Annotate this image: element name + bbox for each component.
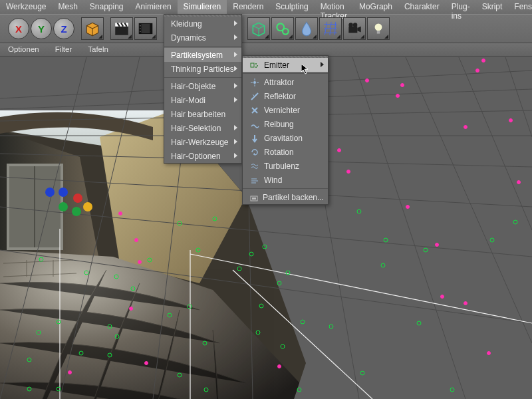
cube-tool-button[interactable]	[81, 17, 104, 40]
dropdown-indicator-icon	[384, 35, 388, 39]
submenu-item-partikel-backen[interactable]: Partikel backen...	[243, 190, 328, 204]
submenu-arrow-icon	[234, 97, 237, 102]
svg-line-56	[406, 57, 532, 343]
submenu-arrow-icon	[234, 83, 237, 88]
svg-rect-23	[348, 27, 357, 33]
menu-animieren[interactable]: Animieren	[130, 0, 178, 14]
submenu-item-turbulenz[interactable]: Turbulenz	[243, 159, 328, 173]
menu-item-partikelsystem[interactable]: Partikelsystem	[164, 48, 241, 62]
submenu-item-emitter[interactable]: Emitter	[243, 58, 328, 72]
gears-button[interactable]	[271, 17, 294, 40]
svg-point-63	[45, 188, 55, 197]
svg-point-27	[375, 23, 382, 31]
submenu-item-wind[interactable]: Wind	[243, 173, 328, 187]
submenu-item-vernichter[interactable]: Vernichter	[243, 103, 328, 117]
camera-button[interactable]	[343, 17, 366, 40]
svg-line-57	[459, 57, 532, 230]
emitter-icon	[249, 60, 260, 70]
submenu-arrow-icon	[321, 62, 324, 67]
viewport-menu-filter[interactable]: Filter	[47, 43, 80, 56]
submenu-arrow-icon	[234, 66, 237, 71]
svg-rect-9	[150, 23, 152, 33]
svg-point-25	[353, 23, 358, 27]
svg-point-12	[140, 31, 141, 32]
svg-point-70	[255, 63, 257, 65]
axis-z-button[interactable]: Z	[53, 18, 74, 39]
dropdown-indicator-icon	[128, 35, 132, 39]
menu-motion-tracker[interactable]: Motion Tracker	[315, 0, 353, 14]
submenu-arrow-icon	[234, 139, 237, 144]
viewport-menu-tafeln[interactable]: Tafeln	[80, 43, 116, 56]
dropdown-indicator-icon	[265, 35, 269, 39]
main-menubar: Werkzeuge Mesh Snapping Animieren Simuli…	[0, 0, 532, 14]
menu-item-dynamics[interactable]: Dynamics	[164, 31, 241, 45]
submenu-arrow-icon	[234, 21, 237, 26]
svg-point-71	[257, 65, 258, 66]
menu-snapping[interactable]: Snapping	[84, 0, 130, 14]
svg-point-16	[283, 29, 289, 35]
axis-x-button[interactable]: X	[8, 18, 29, 39]
cube-green-button[interactable]	[247, 17, 270, 40]
submenu-arrow-icon	[234, 52, 237, 57]
submenu-arrow-icon	[234, 153, 237, 158]
svg-line-62	[233, 270, 372, 399]
reflector-icon	[249, 91, 260, 102]
dropdown-indicator-icon	[289, 35, 293, 39]
dropdown-indicator-icon	[152, 35, 156, 39]
menu-item-hair-modi[interactable]: Hair-Modi	[164, 93, 241, 107]
film-frame-button[interactable]	[134, 17, 157, 40]
svg-point-67	[72, 207, 81, 216]
dropdown-indicator-icon	[360, 35, 364, 39]
svg-point-65	[73, 194, 82, 203]
clapboard-button[interactable]	[110, 17, 133, 40]
menu-mograph[interactable]: MoGraph	[353, 0, 398, 14]
bake-icon	[249, 192, 259, 203]
svg-line-61	[190, 254, 532, 323]
submenu-item-reflektor[interactable]: Reflektor	[243, 89, 328, 103]
menu-item-thinking-particles[interactable]: Thinking Particles	[164, 62, 241, 76]
menu-charakter[interactable]: Charakter	[398, 0, 446, 14]
svg-rect-2	[115, 27, 128, 35]
menu-item-hair-optionen[interactable]: Hair-Optionen	[164, 149, 241, 163]
partikelsystem-submenu: Emitter Attraktor Reflektor Vernichter R…	[242, 55, 329, 205]
submenu-item-attraktor[interactable]: Attraktor	[243, 75, 328, 89]
svg-point-10	[140, 25, 141, 27]
menu-simulieren[interactable]: Simulieren	[178, 0, 227, 14]
menu-item-hair-werkzeuge[interactable]: Hair-Werkzeuge	[164, 135, 241, 149]
menu-item-hair-objekte[interactable]: Hair-Objekte	[164, 79, 241, 93]
menu-werkzeuge[interactable]: Werkzeuge	[0, 0, 52, 14]
submenu-item-gravitation[interactable]: Gravitation	[243, 131, 328, 145]
submenu-item-rotation[interactable]: Rotation	[243, 145, 328, 159]
svg-point-11	[140, 28, 141, 29]
menu-skript[interactable]: Skript	[476, 0, 509, 14]
svg-point-72	[255, 66, 257, 68]
menu-mesh[interactable]: Mesh	[52, 0, 83, 14]
axis-y-button[interactable]: Y	[31, 18, 52, 39]
light-button[interactable]	[367, 17, 390, 40]
grid-button[interactable]	[319, 17, 342, 40]
viewport-menubar: Optionen Filter Tafeln	[0, 43, 532, 57]
menu-plugins[interactable]: Plug-ins	[446, 0, 476, 14]
submenu-arrow-icon	[234, 35, 237, 40]
menu-sculpting[interactable]: Sculpting	[269, 0, 314, 14]
rotation-icon	[249, 147, 260, 158]
menu-item-kleidung[interactable]: Kleidung	[164, 17, 241, 31]
menu-item-hair-bearbeiten[interactable]: Hair bearbeiten	[164, 107, 241, 121]
svg-point-64	[59, 188, 68, 197]
svg-rect-69	[251, 63, 254, 67]
svg-point-73	[253, 81, 256, 84]
svg-rect-28	[377, 31, 380, 33]
menu-fenster[interactable]: Fens	[508, 0, 532, 14]
axis-group: X Y Z	[8, 18, 76, 39]
menu-rendern[interactable]: Rendern	[227, 0, 269, 14]
viewport-menu-optionen[interactable]: Optionen	[0, 43, 47, 56]
svg-point-68	[59, 202, 68, 211]
svg-point-24	[348, 23, 353, 27]
submenu-item-reibung[interactable]: Reibung	[243, 117, 328, 131]
menu-item-hair-selektion[interactable]: Hair-Selektion	[164, 121, 241, 135]
dropdown-indicator-icon	[313, 35, 317, 39]
destructor-icon	[249, 105, 260, 116]
simulieren-dropdown: Kleidung Dynamics Partikelsystem Thinkin…	[164, 14, 242, 164]
drop-button[interactable]	[295, 17, 318, 40]
svg-point-66	[83, 202, 92, 211]
